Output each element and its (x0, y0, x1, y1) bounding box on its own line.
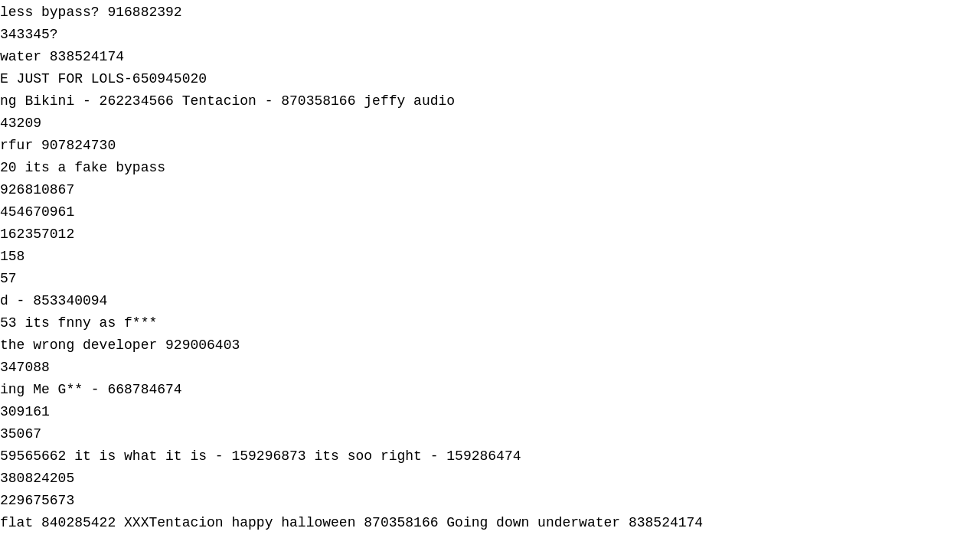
log-line: water 838524174 (0, 46, 980, 68)
log-line: less bypass? 916882392 (0, 2, 980, 24)
log-line: 20 its a fake bypass (0, 157, 980, 179)
log-line: 162357012 (0, 223, 980, 246)
log-line: ng Bikini - 262234566 Tentacion - 870358… (0, 90, 980, 112)
log-line: 343345? (0, 24, 980, 46)
log-line: flat 840285422 XXXTentacion happy hallow… (0, 512, 980, 534)
log-line: 35067 (0, 423, 980, 445)
log-line: 53 its fnny as f*** (0, 312, 980, 334)
log-line: 347088 (0, 357, 980, 379)
log-line: the wrong developer 929006403 (0, 334, 980, 357)
log-line: rfur 907824730 (0, 135, 980, 157)
log-line: 57 (0, 268, 980, 290)
log-line: 229675673 (0, 490, 980, 512)
log-line: 926810867 (0, 179, 980, 201)
log-line: 309161 (0, 401, 980, 423)
log-line: 158 (0, 246, 980, 268)
log-line: 43209 (0, 112, 980, 135)
log-content: less bypass? 916882392343345?water 83852… (0, 0, 980, 534)
log-line: ing Me G** - 668784674 (0, 379, 980, 401)
log-line: E JUST FOR LOLS-650945020 (0, 68, 980, 90)
log-line: 380824205 (0, 468, 980, 490)
log-line: 59565662 it is what it is - 159296873 it… (0, 445, 980, 468)
log-line: d - 853340094 (0, 290, 980, 312)
log-line: 454670961 (0, 201, 980, 223)
